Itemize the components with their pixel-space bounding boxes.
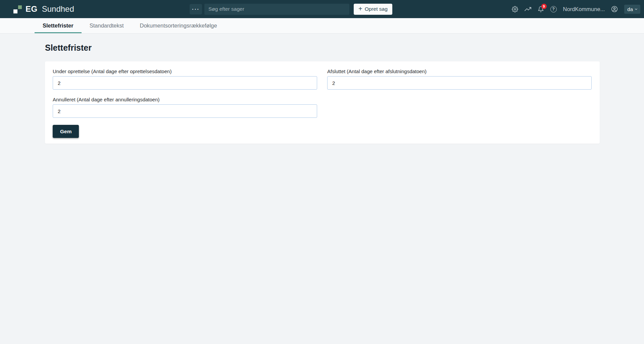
tab-dokumentsorteringsraekkefoelge[interactable]: Dokumentsorteringsrækkefølge bbox=[132, 18, 225, 33]
form-grid: Under oprettelse (Antal dage efter opret… bbox=[53, 68, 592, 118]
field-under-oprettelse: Under oprettelse (Antal dage efter opret… bbox=[53, 68, 317, 90]
language-selector[interactable]: da bbox=[624, 5, 640, 14]
help-glyph: ? bbox=[552, 7, 555, 11]
under-oprettelse-label: Under oprettelse (Antal dage efter opret… bbox=[53, 68, 317, 74]
create-case-button[interactable]: + Opret sag bbox=[354, 4, 392, 15]
slettefrister-card: Under oprettelse (Antal dage efter opret… bbox=[45, 61, 600, 144]
notifications-button[interactable]: 9 bbox=[538, 6, 544, 12]
statistics-button[interactable] bbox=[525, 6, 531, 12]
top-header: EG Sundhed ··· + Opret sag bbox=[0, 0, 644, 18]
tab-label: Slettefrister bbox=[43, 22, 73, 29]
gear-icon bbox=[512, 6, 518, 12]
logo-square-white bbox=[13, 9, 17, 13]
save-button[interactable]: Gem bbox=[53, 125, 79, 138]
help-button[interactable]: ? bbox=[550, 6, 557, 12]
account-button[interactable] bbox=[611, 6, 618, 12]
ellipsis-icon: ··· bbox=[192, 6, 200, 12]
brand-name-light: Sundhed bbox=[42, 4, 74, 14]
chevron-down-icon bbox=[634, 7, 638, 11]
header-center: ··· + Opret sag bbox=[190, 0, 392, 18]
help-icon: ? bbox=[550, 6, 557, 12]
trending-up-icon bbox=[525, 6, 531, 12]
afsluttet-label: Afsluttet (Antal dage efter afslutningsd… bbox=[327, 68, 592, 74]
afsluttet-input[interactable] bbox=[327, 76, 592, 90]
language-label: da bbox=[627, 6, 633, 12]
main-content: Slettefrister Under oprettelse (Antal da… bbox=[0, 34, 644, 144]
eg-logo-icon bbox=[13, 5, 22, 13]
under-oprettelse-input[interactable] bbox=[53, 76, 317, 90]
tab-bar: Slettefrister Standardtekst Dokumentsort… bbox=[0, 18, 644, 34]
notification-count-badge: 9 bbox=[541, 4, 547, 9]
tab-label: Dokumentsorteringsrækkefølge bbox=[140, 22, 217, 29]
tab-standardtekst[interactable]: Standardtekst bbox=[82, 18, 132, 33]
header-right: 9 ? NordKommune... da bbox=[512, 0, 640, 18]
plus-icon: + bbox=[358, 5, 362, 12]
create-case-label: Opret sag bbox=[365, 6, 388, 12]
app-logo[interactable]: EG Sundhed bbox=[13, 4, 74, 14]
logo-square-green bbox=[18, 5, 22, 9]
tab-label: Standardtekst bbox=[90, 22, 124, 29]
field-afsluttet: Afsluttet (Antal dage efter afslutningsd… bbox=[327, 68, 592, 90]
more-menu-button[interactable]: ··· bbox=[190, 4, 202, 14]
brand-name-bold: EG bbox=[26, 4, 38, 14]
tenant-name: NordKommune... bbox=[563, 6, 605, 12]
annulleret-label: Annulleret (Antal dage efter annullering… bbox=[53, 97, 317, 102]
annulleret-input[interactable] bbox=[53, 104, 317, 118]
person-icon bbox=[611, 6, 618, 12]
field-annulleret: Annulleret (Antal dage efter annullering… bbox=[53, 97, 317, 118]
settings-button[interactable] bbox=[512, 6, 518, 12]
page-title: Slettefrister bbox=[45, 43, 644, 53]
search-input[interactable] bbox=[204, 4, 349, 15]
tab-slettefrister[interactable]: Slettefrister bbox=[35, 18, 82, 33]
